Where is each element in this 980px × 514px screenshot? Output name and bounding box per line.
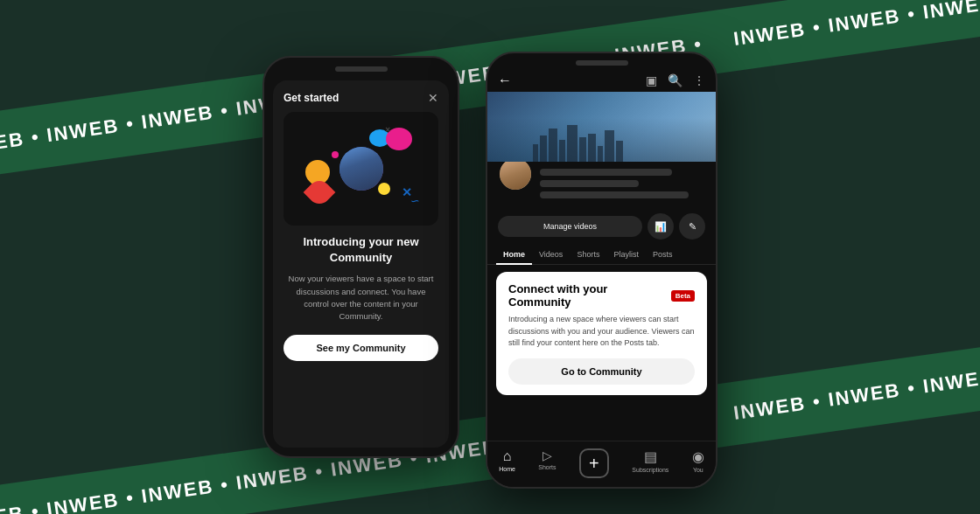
illustration-person-inner (340, 147, 383, 191)
tab-videos[interactable]: Videos (532, 245, 570, 264)
manage-row: Manage videos 📊 ✎ (487, 208, 716, 245)
add-button[interactable]: + (579, 448, 609, 478)
modal-body-title: Introducing your new Community (284, 234, 438, 266)
bottom-navigation: ⌂ Home ▷ Shorts + ▤ Subscriptions ◉ You (487, 441, 716, 487)
beta-badge: Beta (671, 290, 695, 302)
nav-home[interactable]: ⌂ Home (499, 448, 515, 478)
building (579, 137, 586, 162)
channel-banner (487, 92, 716, 162)
building (605, 130, 614, 162)
channel-sub-line (540, 180, 639, 187)
building (559, 140, 565, 162)
yt-channel-area (487, 162, 716, 208)
shape-yellow-circle (378, 183, 390, 195)
nav-subscriptions[interactable]: ▤ Subscriptions (632, 448, 668, 478)
modal-illustration: ✕ × ~ (284, 112, 438, 226)
nav-you[interactable]: ◉ You (692, 448, 704, 478)
nav-shorts[interactable]: ▷ Shorts (538, 448, 556, 478)
yt-header-icons: ▣ 🔍 ⋮ (646, 73, 705, 87)
manage-videos-button[interactable]: Manage videos (498, 216, 642, 237)
modal-close-button[interactable]: ✕ (428, 91, 438, 105)
building (540, 135, 547, 162)
channel-name-line (540, 169, 672, 176)
shape-dot-pink (332, 151, 339, 158)
avatar-face (500, 158, 531, 190)
analytics-icon-button[interactable]: 📊 (648, 213, 674, 240)
yt-header: ← ▣ 🔍 ⋮ (487, 66, 716, 92)
building (588, 134, 596, 162)
home-icon: ⌂ (503, 448, 512, 464)
phone-left: Get started ✕ ✕ × ~ Introducing (262, 56, 459, 458)
community-card-header: Connect with your Community Beta (508, 282, 695, 309)
you-icon: ◉ (692, 448, 704, 465)
modal-header: Get started ✕ (284, 91, 438, 105)
shape-red-flower (304, 177, 336, 209)
illustration-person (340, 147, 383, 191)
squiggle-icon: ~ (411, 194, 419, 210)
phones-area: Get started ✕ ✕ × ~ Introducing (0, 0, 980, 514)
tab-shorts[interactable]: Shorts (570, 245, 606, 264)
tab-home[interactable]: Home (496, 245, 532, 264)
go-to-community-button[interactable]: Go to Community (508, 358, 695, 385)
phone-left-notch (335, 66, 388, 72)
channel-extra-line (540, 191, 689, 198)
modal-card: Get started ✕ ✕ × ~ Introducing (273, 80, 449, 448)
edit-icon-button[interactable]: ✎ (679, 213, 705, 240)
subscriptions-icon: ▤ (644, 448, 657, 465)
tab-posts[interactable]: Posts (646, 245, 680, 264)
search-icon[interactable]: 🔍 (668, 73, 682, 87)
building (616, 141, 623, 162)
see-my-community-button[interactable]: See my Community (284, 335, 438, 361)
tab-playlist[interactable]: Playlist (606, 245, 646, 264)
back-icon[interactable]: ← (498, 73, 512, 88)
building (549, 128, 557, 162)
phone-right: ← ▣ 🔍 ⋮ (486, 52, 718, 489)
community-card-title: Connect with your Community (508, 282, 666, 309)
community-card: Connect with your Community Beta Introdu… (496, 272, 707, 395)
building (598, 146, 603, 162)
city-buildings (533, 125, 623, 162)
channel-tabs: Home Videos Shorts Playlist Posts (487, 245, 716, 265)
more-icon[interactable]: ⋮ (693, 73, 705, 87)
cast-icon[interactable]: ▣ (646, 73, 657, 87)
shorts-icon: ▷ (542, 448, 552, 462)
shape-x-dark: × (385, 125, 390, 135)
community-card-description: Introducing a new space where viewers ca… (508, 314, 695, 350)
modal-title: Get started (284, 92, 339, 104)
building (567, 125, 578, 162)
building (533, 144, 538, 162)
nav-add[interactable]: + (579, 448, 609, 478)
channel-avatar (498, 156, 533, 191)
channel-info (540, 167, 705, 203)
modal-body-desc: Now your viewers have a space to start d… (284, 273, 438, 323)
